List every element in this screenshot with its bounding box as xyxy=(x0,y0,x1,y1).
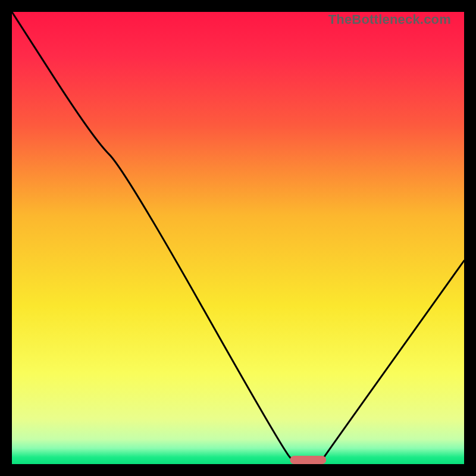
watermark-text: TheBottleneck.com xyxy=(328,12,451,27)
optimal-marker xyxy=(290,456,326,464)
chart-frame: TheBottleneck.com xyxy=(12,12,464,464)
gradient-background xyxy=(12,12,464,464)
bottleneck-chart xyxy=(12,12,464,464)
